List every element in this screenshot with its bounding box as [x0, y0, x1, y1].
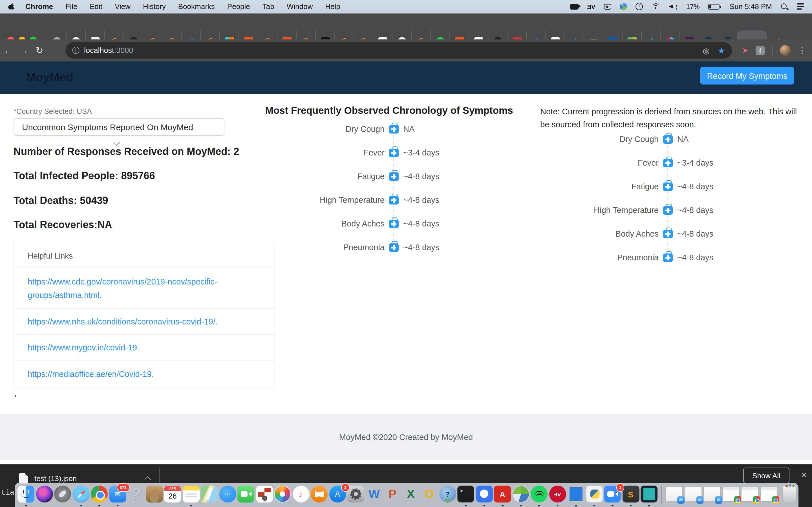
menu-item-file[interactable]: File [65, 2, 77, 11]
profile-avatar[interactable] [780, 45, 791, 56]
address-bar[interactable]: ⓘ localhost:3000 ◎ ★ [65, 42, 732, 59]
download-file-name[interactable]: test (13).json [35, 474, 77, 483]
dock-icon-installer[interactable]: ? [439, 486, 456, 503]
volume-icon[interactable] [669, 3, 678, 10]
dock-icon-sysprefs[interactable] [347, 486, 364, 503]
facebook-extension-icon[interactable]: f [756, 46, 765, 55]
dock-icon-excel[interactable]: X [402, 486, 419, 503]
screen-record-icon[interactable] [604, 4, 611, 9]
shelf-close-icon[interactable]: ✕ [801, 470, 807, 480]
select-chevron-down-icon[interactable] [114, 139, 120, 146]
screen-recorder-extension-icon[interactable]: ➤ [742, 46, 748, 55]
symptoms-select[interactable]: Uncommon Symptoms Reported On MoyMed [13, 118, 224, 136]
wifi-icon[interactable] [651, 3, 660, 10]
chrome-tab-strip: GCRM</>G12U&nBINHSDD ✕ + [0, 13, 812, 40]
dock-item: >_ [457, 486, 474, 503]
dock-icon-safari[interactable] [72, 486, 89, 503]
url-text[interactable]: localhost:3000 [84, 46, 133, 55]
symptom-label: Fever [540, 158, 659, 167]
dock-minimized-window-chrome[interactable] [760, 487, 777, 502]
dock-icon-vscode[interactable] [567, 486, 584, 503]
menu-item-people[interactable]: People [227, 2, 250, 11]
time-machine-icon[interactable] [636, 3, 643, 10]
dock-icon-signal[interactable] [476, 486, 493, 503]
record-symptoms-button[interactable]: Record My Symptoms [700, 67, 794, 84]
dock-icon-anyconnect[interactable] [512, 486, 529, 503]
symptom-row: High Temperature~4-8 days [540, 198, 788, 222]
dock-icon-sublime[interactable]: S [622, 486, 639, 503]
dock-icon-finder[interactable] [17, 486, 35, 503]
helpful-link-row: https://mediaoffice.ae/en/Covid-19. [14, 360, 274, 388]
dock-item: ••• [219, 486, 236, 503]
dock-icon-books[interactable] [311, 486, 327, 503]
dock-minimized-window-mail[interactable]: ✉ [684, 487, 702, 502]
menu-item-help[interactable]: Help [325, 2, 340, 11]
dock-item [567, 486, 584, 503]
reload-button[interactable]: ↻ [32, 45, 47, 56]
dock-icon-outlook[interactable]: O [421, 486, 438, 503]
dock-icon-powerpoint[interactable]: P [384, 486, 401, 503]
dock-icon-contacts[interactable] [146, 486, 163, 503]
symptom-duration: ~4-8 days [403, 172, 439, 181]
menu-item-window[interactable]: Window [287, 2, 313, 11]
send-to-device-icon[interactable]: ◎ [703, 46, 710, 55]
video-camera-icon[interactable] [570, 4, 578, 9]
dock-icon-terminal[interactable]: >_ [457, 486, 474, 503]
dock-minimized-window-mail[interactable]: ✉ [703, 487, 721, 502]
menu-item-chrome[interactable]: Chrome [26, 2, 53, 11]
expressvpn-menu-icon[interactable]: ƎV [587, 3, 595, 10]
menu-item-edit[interactable]: Edit [90, 2, 102, 11]
helpful-link[interactable]: https://www.cdc.gov/coronavirus/2019-nco… [28, 275, 261, 302]
helpful-link[interactable]: https://www.mygov.in/covid-19. [28, 341, 139, 354]
dock-item [17, 486, 35, 503]
site-brand[interactable]: MoyMed [26, 70, 73, 84]
dock-icon-word[interactable]: W [366, 486, 383, 503]
dock-icon-launchpad[interactable] [54, 486, 71, 503]
dock-icon-itunes[interactable]: ♪ [292, 486, 309, 503]
show-all-button[interactable]: Show All [743, 467, 790, 483]
page-info-icon[interactable]: ⓘ [72, 45, 80, 55]
dock-icon-expressvpn[interactable]: ƎV [549, 486, 566, 503]
medicine-box-icon [389, 172, 399, 180]
dock-minimized-window-chrome[interactable] [722, 487, 740, 502]
helpful-link[interactable]: https://mediaoffice.ae/en/Covid-19. [28, 367, 154, 381]
dock-icon-notes[interactable] [183, 486, 199, 503]
running-indicator-dot [520, 504, 522, 506]
apple-logo-icon[interactable] [8, 3, 15, 10]
notification-badge: 678 [117, 483, 130, 492]
dock-minimized-window-mail[interactable]: ✉ [665, 487, 683, 502]
list-icon[interactable] [797, 3, 804, 10]
dock-icon-trash[interactable] [782, 486, 797, 503]
dock-icon-acrobat[interactable]: A [494, 486, 511, 503]
forward-button[interactable]: → [16, 45, 32, 55]
chrome-menu-icon[interactable]: ⋮ [798, 45, 806, 55]
dock-icon-vscode-insiders[interactable] [641, 486, 658, 503]
dock-icon-photos[interactable] [274, 486, 291, 503]
battery-icon[interactable] [708, 4, 721, 9]
menu-item-tab[interactable]: Tab [262, 2, 274, 11]
search-icon[interactable] [780, 3, 788, 10]
dock-icon-maps[interactable] [201, 486, 218, 503]
dock-icon-siri[interactable] [36, 486, 53, 503]
dock-icon-chrome[interactable] [91, 486, 108, 503]
dock-item: ƎV [549, 486, 566, 503]
dock-minimized-window-chrome[interactable] [741, 487, 758, 502]
download-chevron-up-icon[interactable] [145, 476, 151, 483]
stray-comma: , [14, 388, 16, 398]
dock-icon-spotify[interactable] [530, 486, 548, 503]
back-button[interactable]: ← [0, 45, 16, 55]
dock-icon-facetime[interactable] [238, 486, 254, 503]
dock-icon-photobooth[interactable] [256, 486, 273, 503]
bookmark-star-icon[interactable]: ★ [718, 45, 725, 55]
dock-icon-calendar[interactable]: APR26 [164, 486, 181, 503]
anyconnect-globe-icon[interactable] [620, 3, 627, 10]
menu-item-bookmarks[interactable]: Bookmarks [178, 2, 215, 11]
menu-bar-clock[interactable]: Sun 5:48 PM [730, 2, 772, 11]
dock-icon-python[interactable] [586, 486, 603, 503]
menu-item-history[interactable]: History [143, 2, 166, 11]
dock-icon-messages[interactable]: ••• [219, 486, 236, 503]
menu-item-view[interactable]: View [115, 2, 131, 11]
helpful-link[interactable]: https://www.nhs.uk/conditions/coronaviru… [28, 315, 218, 328]
symptom-row: Body Aches~4-8 days [265, 212, 513, 235]
dock-icon-unknown[interactable]: ? [128, 486, 144, 503]
